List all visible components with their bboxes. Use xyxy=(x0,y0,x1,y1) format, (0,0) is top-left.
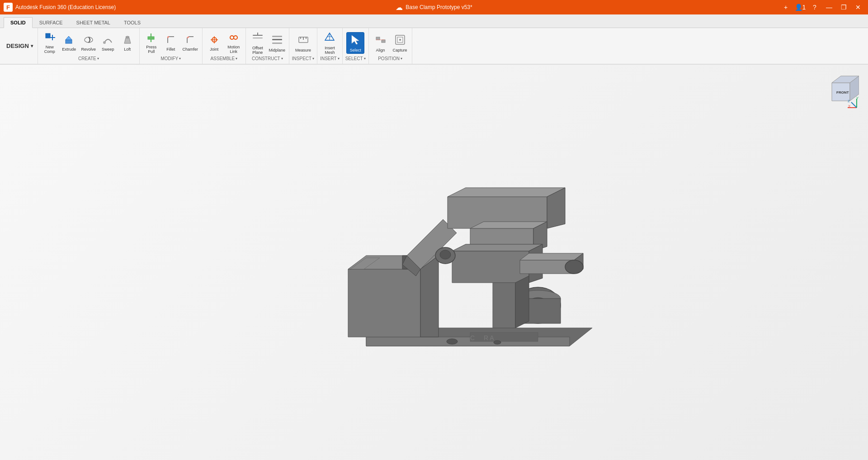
tool-offset-plane[interactable]: Offset Plane xyxy=(249,32,267,54)
tool-sweep[interactable]: Sweep xyxy=(99,32,117,54)
design-dropdown[interactable]: DESIGN ▾ xyxy=(2,28,38,64)
tool-press-pull[interactable]: Press Pull xyxy=(142,32,160,54)
insert-mesh-icon xyxy=(323,31,336,45)
tool-chamfer[interactable]: Chamfer xyxy=(181,32,199,54)
select-label-group[interactable]: SELECT ▾ xyxy=(345,56,366,62)
position-label[interactable]: POSITION ▾ xyxy=(378,56,402,62)
content-area: R A C FRONT xyxy=(0,65,868,460)
svg-point-75 xyxy=(440,250,451,259)
svg-line-84 xyxy=(851,102,857,108)
tool-midplane[interactable]: Midplane xyxy=(268,32,286,54)
position-tools: Align Capture xyxy=(372,30,409,56)
view-cube[interactable]: FRONT X Y Z xyxy=(823,74,859,110)
tool-select[interactable]: Select xyxy=(346,32,364,54)
svg-point-7 xyxy=(126,36,129,38)
tool-loft[interactable]: Loft xyxy=(118,32,137,54)
app-logo: F xyxy=(4,3,13,12)
extrude-label: Extrude xyxy=(62,47,76,52)
new-component-label: New Comp xyxy=(41,45,58,54)
ribbon-group-assemble: Joint Motion Link ASSEMBLE ▾ xyxy=(203,28,246,64)
sweep-label: Sweep xyxy=(102,47,114,52)
tool-new-component[interactable]: New Comp xyxy=(41,32,59,54)
svg-line-12 xyxy=(187,37,189,38)
svg-marker-4 xyxy=(66,36,72,40)
help-button[interactable]: ? xyxy=(808,1,821,14)
svg-text:FRONT: FRONT xyxy=(836,90,849,95)
svg-text:Z: Z xyxy=(848,99,850,103)
measure-label: Measure xyxy=(295,48,311,53)
select-tools: Select xyxy=(346,30,364,56)
main-area: SOLID SURFACE SHEET METAL TOOLS DESIGN ▾ xyxy=(0,14,868,460)
measure-icon xyxy=(297,33,310,47)
fillet-label: Fillet xyxy=(166,47,175,52)
tool-motion-link[interactable]: Motion Link xyxy=(225,32,243,54)
tool-revolve[interactable]: Revolve xyxy=(80,32,98,54)
add-button[interactable]: + xyxy=(779,1,792,14)
capture-label: Capture xyxy=(393,48,407,53)
tabs-row: SOLID SURFACE SHEET METAL TOOLS xyxy=(0,14,868,28)
inspect-label[interactable]: INSPECT ▾ xyxy=(292,56,314,62)
sweep-icon xyxy=(103,34,113,47)
svg-rect-22 xyxy=(272,43,282,44)
assemble-arrow: ▾ xyxy=(236,57,237,61)
press-pull-label: Press Pull xyxy=(143,45,160,54)
construct-label[interactable]: CONSTRUCT ▾ xyxy=(252,56,283,62)
restore-button[interactable]: ❐ xyxy=(837,1,850,14)
svg-point-71 xyxy=(447,339,458,344)
model-canvas[interactable]: R A C FRONT xyxy=(0,65,868,460)
account-button[interactable]: 👤1 xyxy=(794,1,807,14)
svg-rect-3 xyxy=(66,40,72,43)
svg-marker-67 xyxy=(515,276,529,328)
tool-insert-mesh[interactable]: Insert Mesh xyxy=(321,32,339,54)
svg-point-38 xyxy=(399,39,401,41)
svg-point-60 xyxy=(565,260,583,274)
insert-tools: Insert Mesh xyxy=(321,30,339,56)
tab-surface[interactable]: SURFACE xyxy=(33,17,70,28)
create-tools: New Comp Extrude Revolve xyxy=(41,30,137,56)
tool-fillet[interactable]: Fillet xyxy=(162,32,180,54)
loft-icon xyxy=(122,34,133,47)
tool-measure[interactable]: Measure xyxy=(294,32,312,54)
tool-align[interactable]: Align xyxy=(372,32,390,54)
svg-marker-66 xyxy=(493,283,515,328)
svg-rect-19 xyxy=(253,38,263,38)
document-title: Base Clamp Prototype v53* xyxy=(406,4,472,10)
close-button[interactable]: ✕ xyxy=(852,1,864,14)
select-arrow: ▾ xyxy=(364,57,366,61)
svg-point-6 xyxy=(103,41,106,44)
inspect-tools: Measure xyxy=(294,30,312,56)
svg-point-5 xyxy=(85,37,93,43)
svg-rect-18 xyxy=(253,35,263,36)
svg-marker-54 xyxy=(452,251,529,283)
position-arrow: ▾ xyxy=(401,57,402,61)
create-arrow: ▾ xyxy=(97,57,99,61)
insert-arrow: ▾ xyxy=(338,57,340,61)
tab-tools[interactable]: TOOLS xyxy=(117,17,147,28)
create-label[interactable]: CREATE ▾ xyxy=(78,56,99,62)
modify-label[interactable]: MODIFY ▾ xyxy=(160,56,181,62)
svg-point-72 xyxy=(494,341,501,344)
press-pull-icon xyxy=(146,32,157,44)
capture-icon xyxy=(394,33,406,47)
tool-joint[interactable]: Joint xyxy=(205,32,223,54)
tab-solid[interactable]: SOLID xyxy=(4,17,33,28)
svg-text:R A: R A xyxy=(484,334,494,341)
tab-sheetmetal[interactable]: SHEET METAL xyxy=(70,17,117,28)
toolbar: SOLID SURFACE SHEET METAL TOOLS DESIGN ▾ xyxy=(0,14,868,65)
align-icon xyxy=(374,33,387,47)
cloud-icon: ☁ xyxy=(396,3,403,12)
svg-rect-0 xyxy=(46,33,50,38)
title-bar-right: + 👤1 ? — ❐ ✕ xyxy=(779,1,864,14)
tool-extrude[interactable]: Extrude xyxy=(60,32,78,54)
insert-label[interactable]: INSERT ▾ xyxy=(320,56,340,62)
title-bar-left: F Autodesk Fusion 360 (Education License… xyxy=(4,3,116,12)
svg-marker-41 xyxy=(366,337,570,346)
svg-marker-8 xyxy=(124,38,131,43)
ribbon-group-modify: Press Pull Fillet Chamfer xyxy=(140,28,203,64)
minimize-button[interactable]: — xyxy=(823,1,835,14)
joint-label: Joint xyxy=(210,47,218,52)
tool-capture[interactable]: Capture xyxy=(391,32,409,54)
ribbon-group-select: Select SELECT ▾ xyxy=(343,28,369,64)
construct-arrow: ▾ xyxy=(281,57,283,61)
assemble-label[interactable]: ASSEMBLE ▾ xyxy=(210,56,237,62)
